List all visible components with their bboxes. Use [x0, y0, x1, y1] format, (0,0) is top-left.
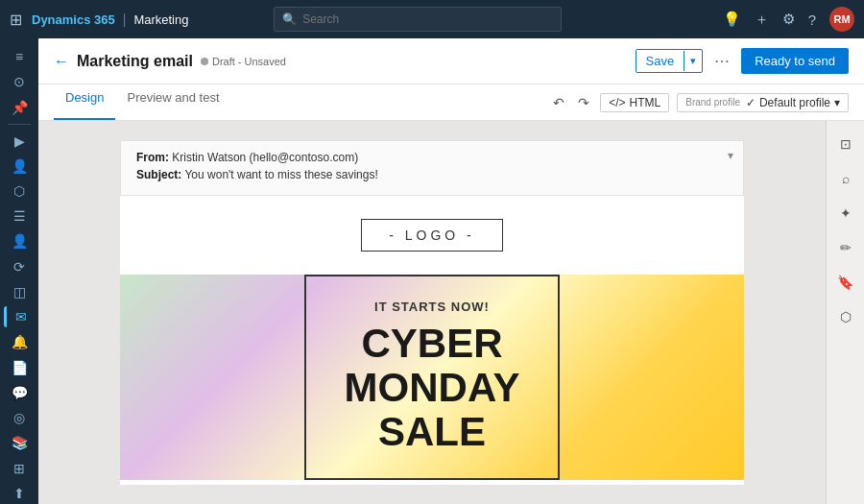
right-panel-sparkle-icon[interactable]: ✦: [830, 198, 861, 228]
lightbulb-icon[interactable]: 💡: [723, 11, 741, 28]
ready-to-send-button[interactable]: Ready to send: [741, 48, 849, 74]
save-dropdown-button[interactable]: ▾: [684, 51, 702, 71]
subject-value: You won't want to miss these savings!: [184, 168, 377, 181]
page-header-left: ← Marketing email Draft - Unsaved: [54, 53, 286, 70]
nav-right-actions: 💡 ＋ ⚙ ? RM: [723, 7, 854, 32]
sidebar-item-social[interactable]: ⊞: [4, 457, 35, 478]
sidebar-item-contacts[interactable]: 👤: [4, 156, 35, 177]
from-label: From:: [136, 151, 169, 164]
sidebar-item-library[interactable]: 📚: [4, 432, 35, 453]
content-area: ← Marketing email Draft - Unsaved Save ▾…: [38, 38, 864, 504]
hero-title-line2: MONDAY: [345, 366, 520, 410]
brand-profile-label: Brand profile: [685, 97, 740, 108]
sidebar-item-analytics[interactable]: ◫: [4, 281, 35, 302]
avatar[interactable]: RM: [829, 7, 854, 32]
hero-title-line3: SALE: [345, 410, 520, 454]
brand-profile-icon: ✓: [746, 96, 756, 109]
add-icon[interactable]: ＋: [755, 11, 769, 29]
redo-icon[interactable]: ↷: [575, 92, 592, 113]
undo-icon[interactable]: ↶: [550, 92, 567, 113]
logo-section[interactable]: - LOGO -: [120, 196, 744, 275]
draft-dot: [201, 58, 208, 65]
sidebar-item-recent[interactable]: ⊙: [4, 71, 35, 92]
tab-preview-and-test[interactable]: Preview and test: [115, 84, 230, 120]
chevron-down-icon: ▾: [834, 96, 840, 109]
draft-status: Draft - Unsaved: [201, 56, 286, 67]
page-title: Marketing email: [77, 53, 193, 70]
right-panel-package-icon[interactable]: ⬡: [830, 301, 861, 332]
search-input[interactable]: [302, 12, 553, 26]
from-value: Kristin Watson (hello@contoso.com): [172, 151, 358, 164]
tabs-bar: Design Preview and test ↶ ↷ </> HTML Bra…: [38, 84, 864, 121]
email-canvas: From: Kristin Watson (hello@contoso.com)…: [120, 140, 744, 485]
right-panel: ⊡ ⌕ ✦ ✏ 🔖 ⬡: [826, 121, 864, 504]
sidebar-item-menu[interactable]: ≡: [4, 46, 35, 67]
right-panel-edit-icon[interactable]: ✏: [830, 232, 861, 263]
hero-subtitle: IT STARTS NOW!: [345, 300, 520, 314]
module-name: Marketing: [133, 12, 188, 27]
tabs-left: Design Preview and test: [54, 84, 231, 120]
logo-placeholder: - LOGO -: [361, 219, 503, 252]
sidebar-item-email[interactable]: ✉: [4, 306, 35, 327]
right-panel-layout-icon[interactable]: ⊡: [830, 129, 861, 159]
brand-profile-value: Default profile: [759, 96, 830, 109]
email-from-row: From: Kristin Watson (hello@contoso.com): [136, 151, 728, 164]
search-bar[interactable]: 🔍: [274, 7, 562, 32]
hero-content: IT STARTS NOW! CYBER MONDAY SALE: [304, 275, 561, 480]
main-layout: ≡ ⊙ 📌 ▶ 👤 ⬡ ☰ 👤 ⟳ ◫ ✉ 🔔 📄 💬 ◎ 📚 ⊞ ⬆ ← Ma…: [0, 38, 864, 504]
email-subject-row: Subject: You won't want to miss these sa…: [136, 168, 728, 181]
draft-label: Draft - Unsaved: [212, 56, 286, 67]
save-button-group[interactable]: Save ▾: [636, 49, 704, 73]
sidebar-item-chat[interactable]: 💬: [4, 382, 35, 403]
sidebar-item-journey[interactable]: ◎: [4, 407, 35, 428]
hero-title: CYBER MONDAY SALE: [345, 322, 520, 455]
tab-design[interactable]: Design: [54, 84, 115, 120]
sidebar-divider: [8, 124, 31, 125]
sidebar-item-play[interactable]: ▶: [4, 130, 35, 151]
sidebar-item-segments[interactable]: ⬡: [4, 180, 35, 202]
settings-icon[interactable]: ⚙: [782, 11, 795, 28]
hero-title-line1: CYBER: [345, 322, 520, 366]
left-sidebar: ≡ ⊙ 📌 ▶ 👤 ⬡ ☰ 👤 ⟳ ◫ ✉ 🔔 📄 💬 ◎ 📚 ⊞ ⬆: [0, 38, 38, 504]
top-navigation: ⊞ Dynamics 365 | Marketing 🔍 💡 ＋ ⚙ ? RM: [0, 0, 864, 38]
sidebar-item-history[interactable]: ⟳: [4, 256, 35, 277]
hero-section[interactable]: IT STARTS NOW! CYBER MONDAY SALE: [120, 275, 744, 480]
sidebar-item-upload[interactable]: ⬆: [4, 483, 35, 504]
email-meta: From: Kristin Watson (hello@contoso.com)…: [120, 140, 744, 196]
html-view-button[interactable]: </> HTML: [600, 93, 669, 112]
back-button[interactable]: ←: [54, 53, 69, 70]
brand-profile-selector[interactable]: Brand profile ✓ Default profile ▾: [677, 93, 849, 112]
brand-divider: |: [123, 12, 127, 27]
brand-area: Dynamics 365 | Marketing: [32, 12, 188, 27]
grid-icon[interactable]: ⊞: [10, 11, 22, 29]
html-tag-icon: </>: [609, 96, 625, 109]
product-name: Dynamics 365: [32, 12, 115, 27]
more-options-button[interactable]: ⋯: [710, 48, 733, 74]
sidebar-item-list[interactable]: ☰: [4, 205, 35, 227]
page-header-right: Save ▾ ⋯ Ready to send: [636, 48, 849, 74]
sidebar-item-notifications[interactable]: 🔔: [4, 331, 35, 352]
search-icon: 🔍: [282, 12, 297, 26]
sidebar-item-pin[interactable]: 📌: [4, 96, 35, 117]
email-canvas-wrapper[interactable]: From: Kristin Watson (hello@contoso.com)…: [38, 121, 826, 504]
save-main-button[interactable]: Save: [636, 50, 684, 72]
sidebar-item-pages[interactable]: 📄: [4, 357, 35, 378]
help-icon[interactable]: ?: [808, 12, 816, 28]
right-panel-search-icon[interactable]: ⌕: [830, 163, 861, 194]
email-content: - LOGO - IT STARTS NOW! CYBER MONDAY SAL…: [120, 196, 744, 480]
tabs-right: ↶ ↷ </> HTML Brand profile ✓ Default pro…: [550, 92, 849, 113]
page-header: ← Marketing email Draft - Unsaved Save ▾…: [38, 38, 864, 84]
sidebar-item-person[interactable]: 👤: [4, 230, 35, 252]
right-panel-bookmark-icon[interactable]: 🔖: [830, 267, 861, 298]
subject-label: Subject:: [136, 168, 181, 181]
editor-area: From: Kristin Watson (hello@contoso.com)…: [38, 121, 864, 504]
collapse-button[interactable]: ▾: [728, 149, 733, 162]
